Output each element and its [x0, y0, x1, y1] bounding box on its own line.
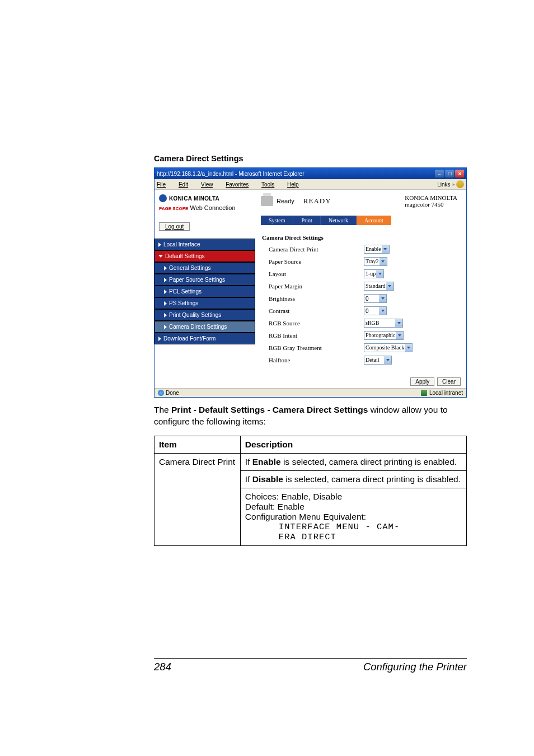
left-column: KONICA MINOLTA PAGE SCOPE Web Connection… — [154, 190, 255, 388]
menu-edit[interactable]: Edit — [179, 181, 194, 188]
chevron-down-icon — [395, 319, 402, 327]
triangle-right-icon — [164, 266, 167, 270]
triangle-down-icon — [158, 255, 163, 258]
nav-default-settings[interactable]: Default Settings — [154, 250, 255, 262]
tab-account[interactable]: Account — [357, 216, 391, 225]
web-connection-label: Web Connection — [190, 204, 235, 211]
pagescope-icon: PAGE SCOPE — [159, 206, 188, 211]
printer-icon — [261, 196, 273, 206]
nav-general-settings[interactable]: General Settings — [154, 262, 255, 274]
statusbar: Done Local intranet — [154, 388, 466, 397]
nav-print-quality-settings[interactable]: Print Quality Settings — [154, 309, 255, 321]
logout-button[interactable]: Log out — [159, 222, 190, 231]
chevron-down-icon — [384, 356, 391, 364]
footer-text: Configuring the Printer — [363, 661, 467, 673]
triangle-right-icon — [164, 313, 167, 318]
menu-help[interactable]: Help — [287, 181, 305, 188]
menu-file[interactable]: File — [157, 181, 171, 188]
nav-local-interface[interactable]: Local Interface — [154, 239, 255, 250]
triangle-right-icon — [164, 325, 167, 329]
nav-ps-settings[interactable]: PS Settings — [154, 297, 255, 309]
select-halftone[interactable]: Detail — [364, 356, 392, 365]
description-table: Item Description Camera Direct Print If … — [154, 436, 467, 546]
chevron-down-icon — [380, 258, 387, 265]
menu-favorites[interactable]: Favorites — [226, 181, 254, 188]
menubar: File Edit View Favorites Tools Help Link… — [154, 179, 466, 190]
page-footer: 284 Configuring the Printer — [154, 658, 467, 673]
tab-network[interactable]: Network — [321, 216, 357, 225]
stepper-contrast[interactable] — [380, 306, 387, 315]
label-camera-direct-print: Camera Direct Print — [269, 246, 364, 253]
td-desc-enable: If Enable is selected, camera direct pri… — [240, 453, 466, 470]
td-item: Camera Direct Print — [154, 453, 241, 545]
zone-icon — [421, 390, 427, 396]
device-brand: KONICA MINOLTA — [405, 194, 457, 201]
nav-camera-direct-settings[interactable]: Camera Direct Settings — [154, 321, 255, 333]
input-contrast[interactable] — [364, 306, 380, 315]
label-paper-margin: Paper Margin — [269, 283, 364, 290]
select-rgb-intent[interactable]: Photographic — [364, 331, 404, 340]
stepper-brightness[interactable] — [380, 294, 387, 303]
window-buttons: – ☐ ✕ — [435, 170, 464, 178]
maximize-button[interactable]: ☐ — [445, 170, 454, 178]
window-title: http://192.168.1.2/a_index.html - Micros… — [157, 171, 304, 177]
links-chevron-icon[interactable]: » — [452, 182, 455, 187]
device-model: magicolor 7450 — [405, 201, 457, 208]
close-button[interactable]: ✕ — [455, 170, 464, 178]
pagescope-brand: PAGE SCOPE Web Connection — [159, 204, 251, 211]
chevron-down-icon — [379, 295, 386, 302]
chevron-down-icon — [379, 307, 386, 315]
nav-download-font-form[interactable]: Download Font/Form — [154, 333, 255, 344]
apply-button[interactable]: Apply — [410, 377, 434, 386]
statusbar-zone: Local intranet — [429, 390, 463, 396]
tab-print[interactable]: Print — [293, 216, 320, 225]
select-paper-margin[interactable]: Standard — [364, 282, 394, 291]
label-brightness: Brightness — [269, 295, 364, 302]
side-nav: Local Interface Default Settings General… — [154, 239, 255, 344]
links-label[interactable]: Links — [437, 181, 450, 188]
triangle-right-icon — [158, 242, 161, 247]
right-column: Ready READY KONICA MINOLTA magicolor 745… — [255, 190, 466, 388]
page-number: 284 — [154, 661, 171, 673]
label-rgb-gray: RGB Gray Treatment — [269, 344, 364, 351]
done-icon — [158, 390, 164, 396]
input-brightness[interactable] — [364, 294, 380, 303]
select-rgb-source[interactable]: sRGB — [364, 319, 403, 328]
triangle-right-icon — [158, 337, 161, 341]
konica-text: KONICA MINOLTA — [169, 195, 219, 202]
titlebar: http://192.168.1.2/a_index.html - Micros… — [154, 168, 466, 179]
select-layout[interactable]: 1-up — [364, 269, 384, 278]
select-rgb-gray[interactable]: Composite Black — [364, 343, 413, 352]
td-desc-disable: If Disable is selected, camera direct pr… — [240, 470, 466, 488]
nav-pcl-settings[interactable]: PCL Settings — [154, 286, 255, 297]
triangle-right-icon — [164, 290, 167, 294]
panel-title: Camera Direct Settings — [262, 234, 461, 241]
settings-panel: Camera Direct Settings Camera Direct Pri… — [255, 225, 466, 372]
clear-button[interactable]: Clear — [437, 377, 461, 386]
caption-text: The Print - Default Settings - Camera Di… — [154, 404, 467, 428]
chevron-down-icon — [405, 344, 412, 352]
menu-view[interactable]: View — [201, 181, 219, 188]
triangle-right-icon — [164, 278, 167, 282]
chevron-down-icon — [382, 245, 389, 253]
th-description: Description — [240, 436, 466, 453]
label-halftone: Halftone — [269, 357, 364, 363]
select-paper-source[interactable]: Tray2 — [364, 257, 387, 266]
section-heading: Camera Direct Settings — [154, 154, 467, 163]
tab-system[interactable]: System — [261, 216, 293, 225]
minimize-button[interactable]: – — [435, 170, 444, 178]
ie-window: http://192.168.1.2/a_index.html - Micros… — [154, 167, 467, 398]
nav-paper-source-settings[interactable]: Paper Source Settings — [154, 274, 255, 286]
statusbar-done: Done — [166, 390, 179, 396]
select-camera-direct-print[interactable]: Enable — [364, 245, 390, 254]
konica-logo: KONICA MINOLTA — [159, 194, 251, 202]
menu-tools[interactable]: Tools — [261, 181, 280, 188]
status-ready-small: Ready — [277, 198, 294, 204]
label-paper-source: Paper Source — [269, 258, 364, 265]
status-ready-big: READY — [303, 197, 331, 206]
label-layout: Layout — [269, 270, 364, 277]
tab-bar: System Print Network Account — [261, 216, 466, 225]
label-contrast: Contrast — [269, 307, 364, 314]
label-rgb-intent: RGB Intent — [269, 332, 364, 339]
triangle-right-icon — [164, 301, 167, 306]
